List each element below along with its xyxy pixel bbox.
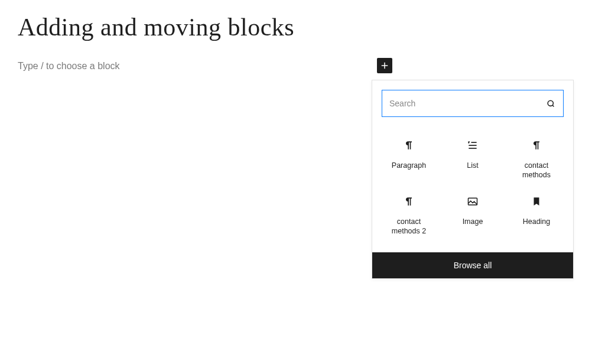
paragraph-icon	[402, 138, 416, 152]
block-item-paragraph[interactable]: Paragraph	[377, 130, 441, 186]
block-item-contact-methods-2[interactable]: contact methods 2	[377, 186, 441, 242]
block-item-contact-methods[interactable]: contact methods	[505, 130, 568, 186]
paragraph-icon	[402, 194, 416, 209]
block-item-image[interactable]: Image	[441, 186, 505, 242]
block-placeholder-prompt[interactable]: Type / to choose a block	[18, 61, 120, 72]
plus-icon	[379, 60, 390, 71]
search-box	[382, 90, 564, 117]
search-input[interactable]	[389, 99, 546, 108]
svg-line-3	[552, 105, 554, 106]
search-icon	[546, 99, 556, 109]
block-item-label: contact methods	[510, 161, 563, 180]
browse-all-button[interactable]: Browse all	[372, 252, 573, 278]
block-item-label: contact methods 2	[382, 217, 435, 236]
paragraph-icon	[529, 138, 544, 152]
svg-rect-9	[469, 198, 477, 205]
block-grid: Paragraph List contact methods	[372, 126, 573, 252]
block-inserter-popover: Paragraph List contact methods	[372, 80, 574, 279]
block-item-label: List	[467, 161, 478, 170]
image-icon	[466, 194, 480, 209]
add-block-button[interactable]	[377, 58, 392, 73]
svg-point-2	[548, 100, 553, 106]
block-item-label: Image	[463, 217, 483, 226]
bookmark-icon	[529, 194, 544, 209]
block-item-label: Paragraph	[392, 161, 426, 170]
block-item-label: Heading	[523, 217, 551, 226]
search-container	[372, 80, 573, 126]
block-item-list[interactable]: List	[441, 130, 505, 186]
list-icon	[466, 138, 480, 152]
page-title: Adding and moving blocks	[18, 13, 294, 41]
block-item-heading[interactable]: Heading	[505, 186, 568, 242]
